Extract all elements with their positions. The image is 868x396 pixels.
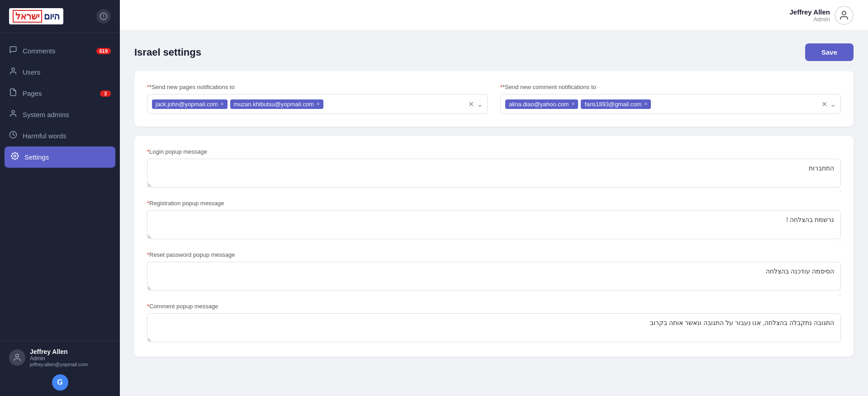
email-tag-remove-muzan[interactable]: × (317, 101, 320, 107)
resize-handle-2: ⌟ (147, 239, 841, 244)
harmful-words-icon (9, 131, 17, 141)
email-tag-faris: faris1893@gmail.com × (581, 99, 651, 109)
topbar: Jeffrey Allen Admin (120, 0, 868, 31)
chevron-down-icon-comment[interactable]: ⌄ (830, 100, 836, 108)
logo: ישראל היום (9, 8, 63, 24)
comments-badge: 619 (96, 48, 111, 54)
sidebar-user-info: Jeffrey Allen Admin jeffrey.allen@yopmai… (30, 348, 88, 367)
tag-input-controls-pages: ✕ ⌄ (468, 100, 483, 108)
save-button[interactable]: Save (805, 43, 854, 61)
sidebar-item-system-admins[interactable]: System admins (0, 104, 120, 125)
resize-handle: ⌟ (147, 188, 841, 193)
registration-popup-label: *Registration popup message (147, 200, 841, 207)
svg-point-8 (842, 11, 846, 15)
topbar-user-role: Admin (790, 16, 830, 23)
login-popup-label: *Login popup message (147, 148, 841, 155)
svg-point-3 (12, 68, 14, 71)
svg-point-4 (12, 110, 14, 113)
sidebar-label-harmful-words: Harmful words (23, 132, 66, 140)
new-comment-label-text: *Send new comment notifications to (503, 84, 596, 90)
login-popup-textarea[interactable]: התחברות (147, 159, 841, 188)
email-tag-text: muzan.khibutsu@yopmail.com (234, 101, 314, 108)
new-pages-label: **Send new pages notifications to (147, 84, 488, 90)
chevron-down-icon[interactable]: ⌄ (477, 100, 483, 108)
new-comment-label: **Send new comment notifications to (500, 84, 841, 90)
new-comment-email-input[interactable]: alina.diao@yahoo.com × faris1893@gmail.c… (500, 94, 841, 114)
comment-popup-field: *Comment popup message התגובה נתקבלה בהצ… (147, 303, 841, 344)
clear-icon-comment[interactable]: ✕ (821, 100, 827, 108)
topbar-user-info: Jeffrey Allen Admin (790, 8, 830, 23)
sidebar-user-role: Admin (30, 355, 88, 362)
email-select-container: **Send new pages notifications to jack.j… (147, 84, 841, 114)
sidebar-logo: ישראל היום (0, 0, 120, 33)
resize-handle-3: ⌟ (147, 291, 841, 296)
email-tag-remove-alina[interactable]: × (571, 101, 574, 107)
new-pages-group: **Send new pages notifications to jack.j… (147, 84, 488, 114)
new-pages-email-input[interactable]: jack.john@yopmail.com × muzan.khibutsu@y… (147, 94, 488, 114)
sidebar-item-harmful-words[interactable]: Harmful words (0, 125, 120, 146)
reset-password-popup-label: *Reset password popup message (147, 251, 841, 258)
email-tag-text: faris1893@gmail.com (584, 101, 641, 108)
sidebar-user-email: jeffrey.allen@yopmail.com (30, 362, 88, 367)
sidebar-item-settings[interactable]: Settings (5, 146, 115, 168)
page-title: Israel settings (134, 47, 201, 58)
login-popup-field: *Login popup message התחברות ⌟ (147, 148, 841, 193)
sidebar-label-users: Users (23, 68, 40, 76)
sidebar-user: Jeffrey Allen Admin jeffrey.allen@yopmai… (0, 340, 120, 374)
email-tag-remove-faris[interactable]: × (644, 101, 647, 107)
sidebar-item-pages[interactable]: Pages 3 (0, 83, 120, 104)
topbar-avatar (835, 6, 854, 25)
sidebar-user-avatar (9, 349, 25, 366)
sidebar-item-users[interactable]: Users (0, 61, 120, 83)
email-tag-alina: alina.diao@yahoo.com × (505, 99, 578, 109)
logo-text-red: ישראל (13, 10, 42, 23)
sidebar-label-settings: Settings (24, 153, 49, 161)
email-tag-text: alina.diao@yahoo.com (509, 101, 569, 108)
comment-popup-textarea[interactable]: התגובה נתקבלה בהצלחה, אנו נעבור על התגוב… (147, 313, 841, 342)
sidebar-nav: Comments 619 Users Pages 3 System admins (0, 33, 120, 340)
svg-point-6 (14, 155, 16, 157)
registration-popup-textarea[interactable]: נרשמת בהצלחה ! (147, 210, 841, 239)
users-icon (9, 67, 17, 77)
page-header: Israel settings Save (134, 43, 854, 61)
content-area: Israel settings Save **Send new pages no… (120, 31, 868, 396)
registration-popup-field: *Registration popup message נרשמת בהצלחה… (147, 200, 841, 244)
logo-text-blue: היום (44, 11, 60, 22)
main-content: Jeffrey Allen Admin Israel settings Save… (120, 0, 868, 396)
email-tag-muzan: muzan.khibutsu@yopmail.com × (230, 99, 323, 109)
email-tag-text: jack.john@yopmail.com (156, 101, 218, 108)
tag-input-controls-comment: ✕ ⌄ (821, 100, 836, 108)
reset-password-popup-field: *Reset password popup message הסיסמה עוד… (147, 251, 841, 296)
svg-point-7 (16, 354, 19, 358)
sidebar-label-comments: Comments (23, 47, 56, 55)
reset-password-popup-textarea[interactable]: הסיסמה עודכנה בהצלחה (147, 262, 841, 291)
sidebar: ישראל היום Comments 619 Users (0, 0, 120, 396)
pages-badge: 3 (100, 90, 111, 97)
sidebar-user-name: Jeffrey Allen (30, 348, 88, 355)
sidebar-label-system-admins: System admins (23, 111, 69, 118)
sidebar-item-comments[interactable]: Comments 619 (0, 40, 120, 61)
sidebar-label-pages: Pages (23, 90, 42, 97)
topbar-user: Jeffrey Allen Admin (790, 6, 854, 25)
pages-icon (9, 88, 17, 99)
comment-popup-label: *Comment popup message (147, 303, 841, 310)
new-pages-label-text: *Send new pages notifications to (149, 84, 235, 90)
popup-messages-card: *Login popup message התחברות ⌟ *Registra… (134, 136, 854, 357)
clear-icon[interactable]: ✕ (468, 100, 474, 108)
notification-bell-icon[interactable] (96, 9, 111, 24)
settings-icon (11, 152, 19, 162)
topbar-user-name: Jeffrey Allen (790, 8, 830, 16)
email-tag-jack: jack.john@yopmail.com × (152, 99, 228, 109)
notifications-card: **Send new pages notifications to jack.j… (134, 71, 854, 127)
g-button[interactable]: G (52, 374, 68, 391)
system-admins-icon (9, 109, 17, 120)
comments-icon (9, 46, 17, 56)
popup-fields: *Login popup message התחברות ⌟ *Registra… (147, 148, 841, 344)
email-tag-remove-jack[interactable]: × (220, 101, 223, 107)
new-comment-group: **Send new comment notifications to alin… (500, 84, 841, 114)
